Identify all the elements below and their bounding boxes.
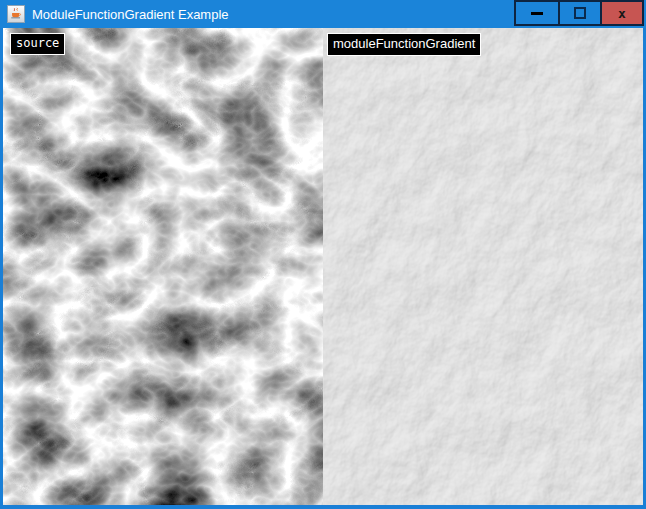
window-title: ModuleFunctionGradient Example xyxy=(32,7,229,22)
module-function-gradient-label: moduleFunctionGradient xyxy=(327,33,481,56)
window-controls: x xyxy=(514,0,644,26)
maximize-icon xyxy=(574,7,586,19)
maximize-button[interactable] xyxy=(558,2,600,24)
module-function-gradient-image xyxy=(323,28,643,505)
app-window: ModuleFunctionGradient Example x xyxy=(0,0,646,509)
source-label: source xyxy=(10,33,65,55)
titlebar[interactable]: ModuleFunctionGradient Example x xyxy=(0,0,646,28)
minimize-button[interactable] xyxy=(516,2,558,24)
close-button[interactable]: x xyxy=(600,2,642,24)
content-area: source xyxy=(0,28,646,509)
close-icon: x xyxy=(618,7,626,20)
source-noise-image xyxy=(3,28,323,505)
java-coffee-cup-icon[interactable] xyxy=(7,5,25,23)
module-function-gradient-panel: moduleFunctionGradient xyxy=(323,28,643,505)
minimize-icon xyxy=(531,12,543,15)
source-image-panel: source xyxy=(3,28,323,505)
